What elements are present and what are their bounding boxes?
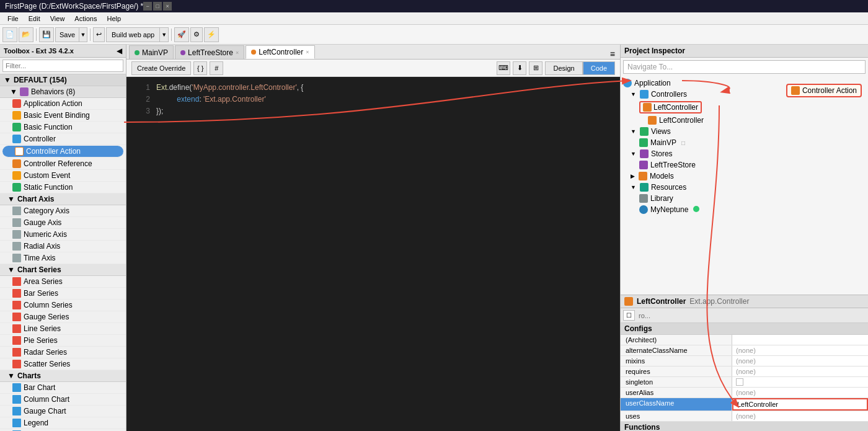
navigate-box[interactable]: Navigate To... <box>623 60 866 74</box>
new-file-button[interactable]: 📄 <box>2 27 17 42</box>
indent-icon-button[interactable]: ⊞ <box>529 61 542 75</box>
minimize-button[interactable]: − <box>143 2 152 11</box>
custom-event-item[interactable]: Custom Event <box>0 170 126 182</box>
gauge-chart-item[interactable]: Gauge Chart <box>0 406 126 417</box>
save-main-button[interactable]: Save <box>55 27 79 42</box>
config-singleton-row[interactable]: singleton <box>621 377 868 388</box>
build-main-label[interactable]: Build web app <box>107 28 159 42</box>
menu-actions[interactable]: Actions <box>69 14 102 24</box>
legend-item[interactable]: Legend <box>0 417 126 429</box>
leftcontroller-close-icon[interactable]: × <box>306 49 309 55</box>
align-icon-button[interactable]: ⬇ <box>513 61 526 75</box>
run-button[interactable]: ⚡ <box>204 27 219 42</box>
code-editor[interactable]: 1 Ext.define('MyApp.controller.LeftContr… <box>126 77 620 431</box>
menu-edit[interactable]: Edit <box>24 14 45 24</box>
tree-leftcontroller[interactable]: LeftController <box>621 100 868 115</box>
radar-series-item[interactable]: Radar Series <box>0 347 126 358</box>
column-series-item[interactable]: Column Series <box>0 300 126 311</box>
controller-action-item[interactable]: Controller Action <box>2 146 123 158</box>
hash-button[interactable]: # <box>210 61 223 75</box>
bar-series-item[interactable]: Bar Series <box>0 288 126 300</box>
tree-leftcontroller-child[interactable]: LeftController <box>621 115 868 126</box>
menu-view[interactable]: View <box>45 14 70 24</box>
line-series-item[interactable]: Line Series <box>0 323 126 335</box>
tab-leftcontroller[interactable]: LeftController × <box>246 45 314 59</box>
bar-chart-item[interactable]: Bar Chart <box>0 382 126 394</box>
open-file-button[interactable]: 📂 <box>19 27 33 42</box>
tree-stores[interactable]: ▼ Stores <box>621 148 868 159</box>
chart-axis-header[interactable]: ▼ Chart Axis <box>0 193 126 205</box>
radial-axis-item[interactable]: Radial Axis <box>0 241 126 252</box>
config-uses-label: uses <box>621 411 732 421</box>
config-requires-val: (none) <box>732 367 868 376</box>
col-chart-icon <box>12 395 21 404</box>
config-mixins-row[interactable]: mixins (none) <box>621 356 868 367</box>
navigate-placeholder: Navigate To... <box>627 63 673 71</box>
tree-models[interactable]: ▶ Models <box>621 171 868 182</box>
charts-header[interactable]: ▼ Charts <box>0 370 126 382</box>
keyboard-icon-button[interactable]: ⌨ <box>497 61 510 75</box>
build-dropdown: Build web app ▼ <box>106 27 169 42</box>
config-userclassname-val: LeftController <box>732 398 868 411</box>
bar-chart-label: Bar Chart <box>24 383 55 392</box>
static-func-item[interactable]: Static Function <box>0 182 126 193</box>
area-series-item[interactable]: Area Series <box>0 276 126 288</box>
tree-myneptune[interactable]: MyNeptune <box>621 204 868 215</box>
config-toolbar-checkbox[interactable]: ☐ <box>623 310 635 321</box>
create-override-button[interactable]: Create Override <box>131 61 191 75</box>
config-uses-row[interactable]: uses (none) <box>621 411 868 422</box>
ctrl-ref-item[interactable]: Controller Reference <box>0 158 126 170</box>
config-functions-label: Functions <box>624 423 660 431</box>
singleton-checkbox[interactable] <box>736 378 743 386</box>
default-category-header[interactable]: ▼ DEFAULT (154) <box>0 74 126 86</box>
time-axis-item[interactable]: Time Axis <box>0 252 126 264</box>
column-chart-item[interactable]: Column Chart <box>0 394 126 406</box>
pie-series-item[interactable]: Pie Series <box>0 335 126 347</box>
config-requires-row[interactable]: requires (none) <box>621 367 868 377</box>
controller-item[interactable]: Controller <box>0 133 126 145</box>
toolbox-collapse-icon[interactable]: ◀ <box>117 47 122 55</box>
tab-lefttreestore[interactable]: LeftTreeStore × <box>175 45 244 59</box>
curly-button[interactable]: { } <box>193 61 207 75</box>
app-action-item[interactable]: Application Action <box>0 98 126 110</box>
resources-icon <box>640 183 649 192</box>
toolbox-filter-input[interactable] <box>2 60 123 72</box>
tree-library[interactable]: Library <box>621 193 868 204</box>
behaviors-header[interactable]: ▼ Behaviors (8) <box>0 86 126 98</box>
basic-event-item[interactable]: Basic Event Binding <box>0 110 126 122</box>
config-userclassname-row[interactable]: userClassName LeftController <box>621 398 868 411</box>
basic-event-icon <box>12 111 21 120</box>
menu-file[interactable]: File <box>2 14 24 24</box>
gauge-series-item[interactable]: Gauge Series <box>0 311 126 323</box>
settings-button[interactable]: ⚙ <box>190 27 203 42</box>
basic-func-item[interactable]: Basic Function <box>0 122 126 133</box>
tree-lefttreestore[interactable]: LeftTreeStore <box>621 159 868 171</box>
tab-mainvp[interactable]: MainVP <box>129 45 174 59</box>
lefttreestore-close-icon[interactable]: × <box>236 50 239 56</box>
config-alternate-row[interactable]: alternateClassName (none) <box>621 345 868 356</box>
menu-help[interactable]: Help <box>102 14 126 24</box>
tree-views[interactable]: ▼ Views <box>621 126 868 137</box>
scatter-series-item[interactable]: Scatter Series <box>0 358 126 370</box>
save-arrow-button[interactable]: ▼ <box>79 27 87 42</box>
close-button[interactable]: × <box>163 2 172 11</box>
inspector-top: Project Inspector Navigate To... Applica… <box>621 45 868 295</box>
tree-mainvp[interactable]: MainVP □ <box>621 137 868 148</box>
tree-resources[interactable]: ▼ Resources <box>621 182 868 193</box>
build-arrow-button[interactable]: ▼ <box>159 28 168 42</box>
numeric-axis-item[interactable]: Numeric Axis <box>0 229 126 241</box>
config-toolbar: ☐ ro... <box>621 308 868 323</box>
config-useralias-row[interactable]: userAlias (none) <box>621 388 868 398</box>
config-mixins-val: (none) <box>732 356 868 366</box>
save-icon-button[interactable]: 💾 <box>39 27 54 42</box>
maximize-button[interactable]: □ <box>153 2 162 11</box>
gauge-axis-item[interactable]: Gauge Axis <box>0 217 126 229</box>
chart-series-header[interactable]: ▼ Chart Series <box>0 264 126 276</box>
category-axis-item[interactable]: Category Axis <box>0 205 126 217</box>
design-view-button[interactable]: Design <box>545 61 582 75</box>
tab-options-icon[interactable]: ≡ <box>608 49 618 59</box>
undo-button[interactable]: ↩ <box>93 27 105 42</box>
code-view-button[interactable]: Code <box>583 61 615 75</box>
deploy-button[interactable]: 🚀 <box>174 27 189 42</box>
static-func-icon <box>12 183 21 192</box>
